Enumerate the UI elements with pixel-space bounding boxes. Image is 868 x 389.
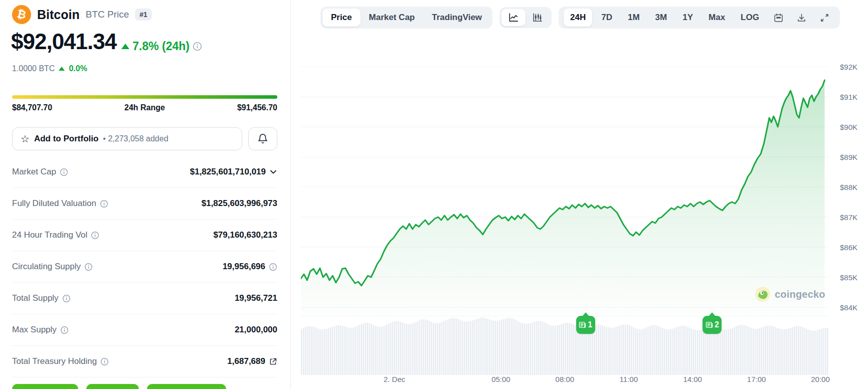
range-button-7d[interactable]: 7D [595, 9, 619, 27]
price-chart[interactable] [301, 50, 829, 316]
stat-row: Total Supply19,956,721 [12, 283, 277, 314]
y-axis-tick: $89K [840, 153, 857, 161]
news-icon [579, 321, 586, 328]
stat-label: Total Treasury Holding [12, 356, 97, 366]
info-icon[interactable] [100, 357, 109, 366]
x-axis-tick: 05:00 [491, 375, 510, 383]
stat-value: $1,825,601,710,019 [190, 167, 266, 177]
chart-tab-group: PriceMarket CapTradingView [320, 7, 492, 29]
range-high: $91,456.70 [237, 103, 277, 112]
info-icon[interactable] [84, 263, 93, 271]
calendar-icon [773, 13, 784, 23]
stat-label: 24 Hour Trading Vol [12, 230, 87, 240]
coingecko-watermark: coingecko [755, 287, 825, 302]
range-button-max[interactable]: Max [702, 9, 732, 27]
price-chart-svg[interactable] [301, 50, 829, 316]
bitcoin-logo-icon: ₿ [10, 3, 33, 26]
range-button-1m[interactable]: 1M [621, 9, 646, 27]
stat-row: 24 Hour Trading Vol$79,160,630,213 [12, 220, 277, 251]
stat-value: 19,956,721 [235, 293, 277, 303]
stat-row: Total Treasury Holding1,687,689 [12, 346, 277, 377]
download-button[interactable] [791, 10, 812, 26]
cta-button-2[interactable] [86, 384, 139, 389]
x-axis-tick: 20:00 [811, 375, 830, 383]
stat-label: Total Supply [12, 293, 59, 303]
stat-label: Fully Diluted Valuation [12, 199, 96, 209]
stat-label: Circulating Supply [12, 262, 81, 272]
info-icon[interactable] [100, 200, 108, 208]
y-axis-tick: $84K [840, 303, 857, 312]
range-button-log[interactable]: LOG [734, 9, 766, 27]
chart-tab-market-cap[interactable]: Market Cap [361, 9, 424, 27]
x-axis-labels: 2. Dec05:0008:0011:0014:0017:0020:00 [301, 375, 829, 386]
info-icon[interactable] [62, 294, 71, 303]
portfolio-added-count: • 2,273,058 added [103, 134, 168, 143]
y-axis-tick: $87K [840, 213, 857, 222]
candlestick-chart-icon [532, 13, 543, 23]
range-low: $84,707.70 [12, 103, 52, 112]
stat-value: $79,160,630,213 [213, 230, 277, 240]
chart-type-group [499, 7, 552, 28]
y-axis-tick: $85K [840, 273, 857, 282]
y-axis-labels: $92K$91K$90K$89K$88K$87K$86K$85K$84K [840, 0, 868, 351]
info-icon[interactable] [60, 168, 68, 176]
expand-button[interactable] [814, 10, 835, 26]
cta-button-1[interactable] [12, 384, 78, 389]
info-icon[interactable] [193, 42, 202, 51]
news-icon [706, 321, 713, 328]
news-badge-1[interactable]: 1 [576, 316, 595, 334]
notification-bell-button[interactable] [248, 127, 277, 150]
stat-label: Market Cap [12, 167, 56, 177]
stat-value: 21,000,000 [235, 325, 277, 335]
chart-controls: PriceMarket CapTradingView 24H7D1M3M1YMa… [320, 7, 840, 29]
coin-price: $92,041.34 [11, 29, 116, 54]
price-row: $92,041.34 7.8% (24h) [11, 29, 202, 54]
chart-panel: PriceMarket CapTradingView 24H7D1M3M1YMa… [291, 0, 868, 389]
coin-stats-table: Market Cap$1,825,601,710,019Fully Dilute… [12, 156, 277, 377]
price-change-24h: 7.8% (24h) [132, 40, 190, 53]
calendar-button[interactable] [768, 10, 789, 26]
add-to-portfolio-button[interactable]: ☆ Add to Portfolio • 2,273,058 added [12, 127, 242, 150]
btc-ratio: 1.0000 BTC [12, 64, 55, 73]
x-axis-tick: 14:00 [683, 375, 702, 383]
candlestick-chart-toggle[interactable] [526, 9, 550, 26]
x-axis-tick: 11:00 [620, 375, 638, 383]
line-chart-toggle[interactable] [501, 9, 526, 26]
btc-change: 0.0% [69, 64, 87, 73]
chevron-down-icon[interactable] [269, 168, 277, 176]
x-axis-tick: 2. Dec [384, 375, 405, 383]
info-icon[interactable] [269, 263, 277, 271]
range-button-3m[interactable]: 3M [649, 9, 674, 27]
watermark-text: coingecko [775, 289, 825, 300]
info-icon[interactable] [60, 326, 69, 334]
coingecko-bitcoin-page: ₿ Bitcoin BTC Price #1 $92,041.34 7.8% (… [0, 0, 868, 389]
info-icon[interactable] [91, 231, 99, 240]
time-range-group: 24H7D1M3M1YMaxLOG [559, 7, 840, 29]
y-axis-tick: $92K [840, 63, 857, 71]
x-axis-tick: 17:00 [747, 375, 766, 383]
range-button-1y[interactable]: 1Y [676, 9, 700, 27]
line-chart-icon [508, 13, 519, 23]
badge-count: 1 [588, 320, 592, 329]
news-badge-2[interactable]: 2 [703, 316, 722, 334]
stat-value: $1,825,603,996,973 [202, 199, 277, 209]
stat-value: 1,687,689 [227, 356, 265, 366]
y-axis-tick: $90K [840, 123, 857, 131]
x-axis-tick: 08:00 [556, 375, 575, 383]
download-icon [796, 13, 807, 23]
cta-button-3[interactable] [147, 384, 226, 389]
y-axis-tick: $91K [840, 93, 857, 101]
stat-row: Market Cap$1,825,601,710,019 [12, 156, 277, 188]
range-button-24h[interactable]: 24H [564, 9, 592, 27]
badge-count: 2 [715, 320, 719, 329]
chart-tab-price[interactable]: Price [322, 9, 361, 27]
external-link-icon[interactable] [269, 357, 277, 366]
coingecko-logo-icon [755, 287, 770, 302]
star-icon: ☆ [21, 133, 30, 145]
coin-name: Bitcoin [37, 8, 80, 22]
portfolio-label: Add to Portfolio [34, 134, 98, 144]
bottom-cta-row [12, 384, 226, 389]
chart-tab-tradingview[interactable]: TradingView [423, 9, 490, 27]
stat-label: Max Supply [12, 325, 57, 335]
y-axis-tick: $86K [840, 243, 857, 252]
